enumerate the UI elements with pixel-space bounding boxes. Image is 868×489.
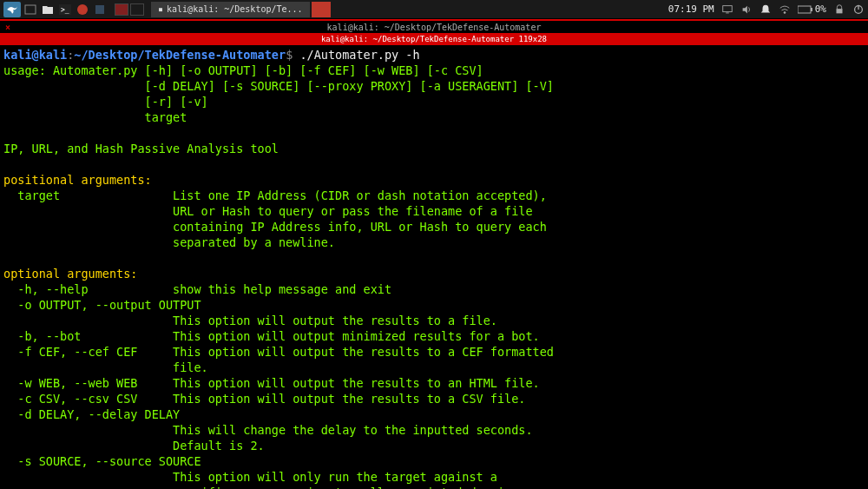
output-line: IP, URL, and Hash Passive Analysis tool — [3, 142, 279, 155]
window-title: kali@kali: ~/Desktop/TekDefense-Automate… — [327, 23, 542, 32]
battery-percent: 0% — [815, 3, 826, 15]
output-line: positional arguments: — [3, 173, 152, 187]
svg-text:>_: >_ — [61, 6, 69, 14]
notifications-icon[interactable] — [760, 3, 772, 16]
prompt-user: kali@kali — [3, 48, 67, 62]
taskbar: >_ ▪ kali@kali: ~/Desktop/Te... 07:19 PM — [0, 0, 868, 19]
battery-indicator[interactable]: 0% — [798, 3, 826, 15]
output-line: This option will output the results to a… — [3, 314, 497, 327]
svg-rect-6 — [726, 12, 729, 13]
lock-icon[interactable] — [833, 3, 845, 16]
output-line: -o OUTPUT, --output OUTPUT — [3, 298, 201, 312]
svg-rect-10 — [837, 9, 843, 13]
app-launcher-button[interactable] — [75, 2, 90, 17]
prompt-path: ~/Desktop/TekDefense-Automater — [74, 48, 286, 62]
output-line: separated by a newline. — [3, 235, 335, 249]
output-line: specific source engine to pull associate… — [3, 486, 525, 489]
output-line: -b, --bot This option will output minimi… — [3, 329, 540, 343]
output-line: -f CEF, --cef CEF This option will outpu… — [3, 345, 554, 359]
task-label: kali@kali: ~/Desktop/Te... — [167, 4, 303, 14]
show-desktop-button[interactable] — [23, 2, 38, 17]
terminal-tabbar: kali@kali: ~/Desktop/TekDefense-Automate… — [0, 33, 868, 45]
display-icon[interactable] — [721, 3, 733, 16]
output-line: file. — [3, 360, 208, 374]
clock: 07:19 PM — [668, 3, 714, 15]
output-line: -s SOURCE, --source SOURCE — [3, 454, 201, 468]
workspace-switcher[interactable] — [115, 3, 144, 16]
output-line: -c CSV, --csv CSV This option will outpu… — [3, 392, 525, 406]
svg-point-3 — [77, 4, 88, 15]
terminal-launcher-button[interactable]: >_ — [57, 2, 73, 17]
terminal-tab[interactable]: kali@kali: ~/Desktop/TekDefense-Automate… — [0, 33, 868, 45]
network-icon[interactable] — [779, 3, 791, 16]
file-manager-button[interactable] — [40, 2, 56, 17]
output-line: Default is 2. — [3, 439, 265, 453]
output-line: This option will only run the target aga… — [3, 470, 497, 484]
svg-point-7 — [783, 11, 786, 14]
svg-rect-4 — [95, 5, 104, 14]
kali-menu-button[interactable] — [3, 2, 21, 17]
power-icon[interactable] — [852, 3, 865, 16]
output-line: containing IP Address info, URL or Hash … — [3, 220, 547, 234]
svg-rect-5 — [723, 5, 733, 11]
output-line: URL or Hash to query or pass the filenam… — [3, 204, 533, 218]
output-line: usage: Automater.py [-h] [-o OUTPUT] [-b… — [3, 63, 483, 77]
output-line: target List one IP Address (CIDR or dash… — [3, 188, 547, 202]
taskbar-task-terminal[interactable]: ▪ kali@kali: ~/Desktop/Te... — [151, 2, 310, 17]
close-icon[interactable]: × — [5, 21, 10, 35]
command-text: ./Automater.py -h — [293, 48, 419, 62]
terminal-titlebar[interactable]: × kali@kali: ~/Desktop/TekDefense-Automa… — [0, 19, 868, 33]
terminal-icon: ▪ — [158, 4, 163, 14]
svg-rect-8 — [798, 6, 811, 13]
output-line: [-d DELAY] [-s SOURCE] [--proxy PROXY] [… — [3, 79, 554, 93]
workspace-1[interactable] — [115, 3, 128, 16]
terminal-body[interactable]: kali@kali:~/Desktop/TekDefense-Automater… — [0, 45, 868, 489]
output-line: -d DELAY, --delay DELAY — [3, 407, 180, 421]
workspace-2[interactable] — [130, 3, 144, 16]
output-line: optional arguments: — [3, 267, 137, 281]
output-line: [-r] [-v] — [3, 95, 208, 109]
volume-icon[interactable] — [740, 3, 753, 16]
output-line: -w WEB, --web WEB This option will outpu… — [3, 376, 540, 390]
svg-rect-9 — [811, 8, 812, 11]
terminal-window: × kali@kali: ~/Desktop/TekDefense-Automa… — [0, 19, 868, 489]
tab-label: kali@kali: ~/Desktop/TekDefense-Automate… — [321, 33, 547, 45]
taskbar-task-app[interactable] — [312, 2, 331, 17]
output-line: target — [3, 110, 187, 124]
output-line: This will change the delay to the inputt… — [3, 423, 533, 437]
svg-rect-0 — [25, 5, 36, 14]
output-line: -h, --help show this help message and ex… — [3, 282, 391, 296]
app-launcher-button[interactable] — [92, 2, 108, 17]
